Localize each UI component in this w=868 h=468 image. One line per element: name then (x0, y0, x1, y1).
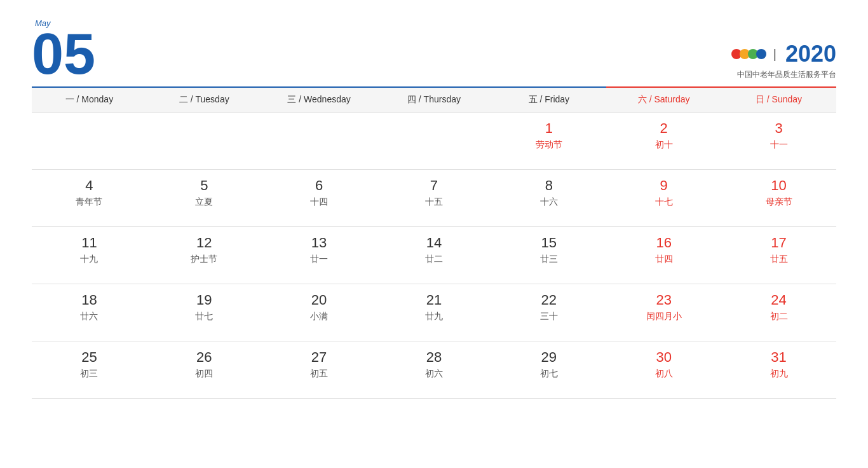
day-cell (147, 113, 262, 170)
day-cell: 13廿一 (262, 227, 377, 284)
day-number: 20 (265, 292, 374, 308)
logo-subtitle: 中国中老年品质生活服务平台 (737, 69, 836, 80)
day-number: 24 (724, 292, 833, 308)
day-cell (262, 113, 377, 170)
day-cell: 19廿七 (147, 284, 262, 341)
day-cell: 27初五 (262, 341, 377, 399)
day-cell: 6十四 (262, 170, 377, 227)
day-number: 22 (494, 292, 603, 308)
day-lunar: 立夏 (150, 196, 259, 208)
logo-circles (731, 49, 764, 59)
weekday-monday: 一 / Monday (32, 87, 147, 113)
circle-blue (756, 49, 766, 59)
weekday-wednesday: 三 / Wednesday (262, 87, 377, 113)
day-lunar: 廿二 (380, 254, 489, 265)
day-lunar: 三十 (494, 311, 603, 322)
day-lunar: 初五 (265, 368, 374, 380)
month-number: 05 (32, 29, 95, 80)
day-lunar: 廿六 (35, 311, 144, 322)
week-row-2: 4青年节5立夏6十四7十五8十六9十七10母亲节 (32, 170, 836, 227)
day-number: 31 (724, 349, 833, 366)
day-number: 6 (265, 177, 374, 194)
day-cell: 25初三 (32, 341, 147, 399)
day-cell: 12护士节 (147, 227, 262, 284)
logo-area: | 2020 中国中老年品质生活服务平台 (731, 41, 836, 80)
weekday-saturday: 六 / Saturday (606, 87, 721, 113)
day-lunar: 劳动节 (494, 139, 603, 151)
day-cell: 31初九 (721, 341, 836, 399)
day-cell (377, 113, 492, 170)
day-cell: 5立夏 (147, 170, 262, 227)
day-cell: 28初六 (377, 341, 492, 399)
day-number: 12 (150, 235, 259, 251)
day-cell (32, 113, 147, 170)
weekday-thursday: 四 / Thursday (377, 87, 492, 113)
day-lunar: 初七 (494, 368, 603, 380)
day-cell: 24初二 (721, 284, 836, 341)
day-cell: 20小满 (262, 284, 377, 341)
day-number: 8 (494, 177, 603, 194)
day-lunar: 廿七 (150, 311, 259, 322)
day-number: 16 (609, 235, 718, 251)
day-number: 28 (380, 349, 489, 366)
day-lunar: 十五 (380, 196, 489, 208)
day-lunar: 初三 (35, 368, 144, 380)
year-text: 2020 (785, 41, 836, 67)
day-cell: 30初八 (606, 341, 721, 399)
day-cell: 11十九 (32, 227, 147, 284)
day-number: 19 (150, 292, 259, 308)
day-cell: 18廿六 (32, 284, 147, 341)
day-number: 2 (609, 120, 718, 137)
day-lunar: 初二 (724, 311, 833, 322)
day-cell: 3十一 (721, 113, 836, 170)
day-number: 5 (150, 177, 259, 194)
day-lunar: 初四 (150, 368, 259, 380)
day-number: 13 (265, 235, 374, 251)
day-number: 10 (724, 177, 833, 194)
day-number: 26 (150, 349, 259, 366)
logo-row: | 2020 (731, 41, 836, 67)
day-number: 14 (380, 235, 489, 251)
day-lunar: 廿三 (494, 254, 603, 265)
day-lunar: 初十 (609, 139, 718, 151)
day-number: 3 (724, 120, 833, 137)
day-lunar: 廿一 (265, 254, 374, 265)
day-number: 7 (380, 177, 489, 194)
day-cell: 2初十 (606, 113, 721, 170)
day-number: 15 (494, 235, 603, 251)
day-lunar: 十四 (265, 196, 374, 208)
day-lunar: 十九 (35, 254, 144, 265)
day-cell: 9十七 (606, 170, 721, 227)
day-cell: 26初四 (147, 341, 262, 399)
day-lunar: 闰四月小 (609, 311, 718, 322)
day-cell: 4青年节 (32, 170, 147, 227)
day-number: 23 (609, 292, 718, 308)
day-number: 25 (35, 349, 144, 366)
divider: | (773, 47, 776, 62)
day-lunar: 十一 (724, 139, 833, 151)
weekday-sunday: 日 / Sunday (721, 87, 836, 113)
day-number: 29 (494, 349, 603, 366)
calendar-table: 一 / Monday 二 / Tuesday 三 / Wednesday 四 /… (32, 86, 836, 399)
day-cell: 21廿九 (377, 284, 492, 341)
day-lunar: 青年节 (35, 196, 144, 208)
day-cell: 17廿五 (721, 227, 836, 284)
day-lunar: 十七 (609, 196, 718, 208)
day-number: 4 (35, 177, 144, 194)
header: May 05 | 2020 中国中老年品质生活服务平台 (32, 0, 836, 86)
day-lunar: 廿五 (724, 254, 833, 265)
day-cell: 14廿二 (377, 227, 492, 284)
day-number: 1 (494, 120, 603, 137)
day-number: 27 (265, 349, 374, 366)
day-cell: 16廿四 (606, 227, 721, 284)
day-number: 18 (35, 292, 144, 308)
day-lunar: 母亲节 (724, 196, 833, 208)
day-lunar: 廿九 (380, 311, 489, 322)
calendar-container: May 05 | 2020 中国中老年品质生活服务平台 一 / Monday 二… (0, 0, 868, 468)
day-number: 17 (724, 235, 833, 251)
day-lunar: 十六 (494, 196, 603, 208)
day-number: 9 (609, 177, 718, 194)
day-cell: 10母亲节 (721, 170, 836, 227)
weekday-friday: 五 / Friday (491, 87, 606, 113)
week-row-5: 25初三26初四27初五28初六29初七30初八31初九 (32, 341, 836, 399)
